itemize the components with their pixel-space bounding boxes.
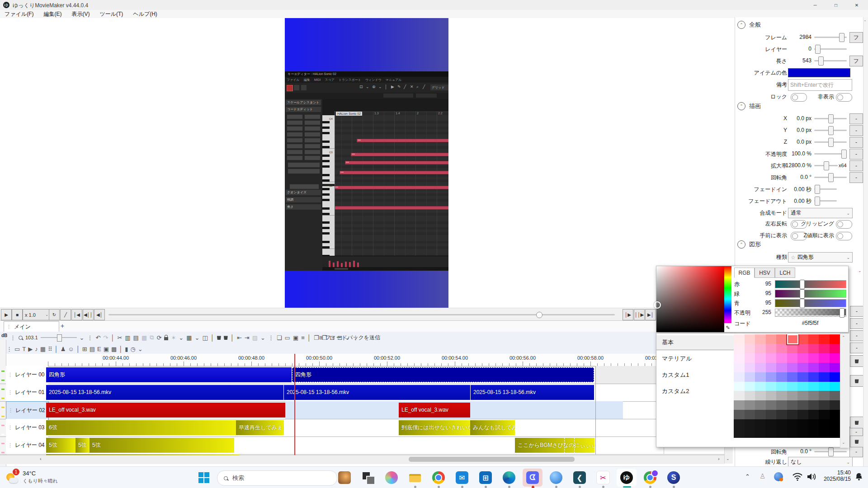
- hscroll-thumb[interactable]: [409, 457, 575, 462]
- reset-button[interactable]: -: [849, 113, 863, 124]
- color-swatch[interactable]: [776, 353, 787, 363]
- color-swatch[interactable]: [787, 391, 798, 400]
- repeat-icon[interactable]: ⟳: [156, 334, 161, 341]
- color-swatch[interactable]: [787, 419, 798, 429]
- playhead[interactable]: [294, 354, 295, 455]
- slider-thumb[interactable]: [815, 185, 820, 194]
- color-swatch[interactable]: [797, 391, 808, 400]
- palette-item-マテリアル[interactable]: マテリアル: [656, 352, 738, 366]
- color-swatch[interactable]: [766, 429, 777, 438]
- color-swatch[interactable]: [766, 410, 777, 419]
- color-swatch[interactable]: [745, 382, 755, 391]
- color-swatch[interactable]: [787, 429, 798, 438]
- character-item-icon[interactable]: ♟: [61, 346, 66, 352]
- channel-thumb[interactable]: [800, 299, 805, 308]
- palette-item-カスタム2[interactable]: カスタム2: [656, 384, 738, 399]
- reset-button[interactable]: -: [850, 343, 863, 353]
- divider[interactable]: │: [76, 346, 80, 352]
- color-swatch[interactable]: [797, 334, 808, 344]
- timeline-clip[interactable]: 2025-08-15 13-18-56.mkv: [284, 385, 470, 400]
- reset-button[interactable]: -: [849, 446, 863, 457]
- tab-main[interactable]: ⋮メイン: [4, 321, 59, 333]
- grid-icon[interactable]: ▦: [186, 334, 192, 341]
- color-swatch[interactable]: [808, 400, 819, 410]
- slider-thumb[interactable]: [828, 138, 834, 147]
- divider[interactable]: │: [211, 334, 214, 341]
- close-button[interactable]: ✕: [846, 0, 867, 10]
- color-swatch[interactable]: [734, 382, 745, 391]
- align-left-icon[interactable]: ⇤: [237, 334, 242, 341]
- slider-Y[interactable]: [814, 126, 847, 134]
- copy-icon[interactable]: ▥: [125, 334, 130, 341]
- go-end-button[interactable]: ▶│: [645, 309, 656, 320]
- color-swatch[interactable]: [755, 372, 766, 382]
- color-swatch[interactable]: [808, 429, 819, 438]
- divider[interactable]: │: [111, 334, 114, 341]
- color-swatch[interactable]: [776, 419, 787, 429]
- stop-button[interactable]: ■: [12, 309, 23, 320]
- scroll-down-arrow[interactable]: ⌄: [842, 440, 845, 445]
- slider-レイヤー[interactable]: [814, 45, 847, 53]
- color-swatch[interactable]: [766, 400, 777, 410]
- timeline-clip[interactable]: LE_off vocal_3.wav: [46, 403, 285, 418]
- section-header[interactable]: ⌃描画: [737, 102, 761, 110]
- color-swatch[interactable]: [819, 344, 830, 353]
- color-swatch[interactable]: [830, 344, 840, 353]
- color-swatch[interactable]: [819, 410, 830, 419]
- notification-bell-icon[interactable]: z: [854, 472, 863, 481]
- palette-item-基本[interactable]: 基本: [656, 335, 738, 350]
- effect-item-icon[interactable]: E: [97, 346, 101, 352]
- item-color-swatch[interactable]: [788, 68, 850, 77]
- feedback-button[interactable]: ⊞フィードバックを送信: [319, 334, 380, 342]
- color-swatch[interactable]: [745, 419, 755, 429]
- select-合成モード[interactable]: 通常⌄: [788, 208, 853, 218]
- color-swatch[interactable]: [808, 334, 819, 344]
- prev-frame-button[interactable]: ◀││: [83, 309, 94, 320]
- keyframe-button[interactable]: ╱: [60, 309, 71, 320]
- divider[interactable]: │: [307, 334, 311, 341]
- scroll-left-arrow[interactable]: ‹: [40, 456, 42, 461]
- color-swatch[interactable]: [797, 410, 808, 419]
- search-box[interactable]: 検索: [217, 470, 337, 486]
- start-button[interactable]: [193, 469, 214, 487]
- slider-フェードイン[interactable]: [814, 185, 837, 193]
- color-swatch[interactable]: [734, 363, 745, 372]
- widget-thumbnail[interactable]: [335, 469, 354, 487]
- color-swatch[interactable]: [819, 334, 830, 344]
- select-種類[interactable]: ☆四角形⌄: [788, 252, 853, 263]
- slider-thumb[interactable]: [818, 56, 824, 66]
- menu-dots-icon[interactable]: ⋮: [87, 334, 93, 341]
- code-app-button[interactable]: ❮: [570, 469, 590, 487]
- channel-thumb[interactable]: [800, 289, 805, 299]
- add-tab-button[interactable]: +: [61, 322, 64, 329]
- next-frame-button[interactable]: ││▶: [634, 309, 645, 320]
- slider-thumb[interactable]: [828, 173, 834, 182]
- color-swatch[interactable]: [797, 353, 808, 363]
- clock-widget[interactable]: 15:402025/08/15: [822, 469, 851, 486]
- menu-dots-icon[interactable]: ⋮: [268, 334, 274, 341]
- video-item-icon[interactable]: ▶: [28, 346, 33, 352]
- slider-フレーム[interactable]: [814, 33, 847, 41]
- menu-dots-icon[interactable]: ⋮: [10, 334, 16, 341]
- delete-effect-button[interactable]: [850, 355, 863, 367]
- bar-item-icon[interactable]: ▮: [125, 346, 128, 352]
- color-swatch[interactable]: [830, 353, 840, 363]
- chevron-down-icon[interactable]: ⌄: [194, 334, 199, 341]
- color-swatch[interactable]: [787, 372, 798, 382]
- color-swatch[interactable]: [745, 391, 755, 400]
- magic-icon[interactable]: ✶: [171, 334, 176, 341]
- sv-cursor[interactable]: [654, 301, 661, 309]
- frame-add-icon[interactable]: ⊞: [82, 346, 87, 352]
- color-swatch[interactable]: [776, 391, 787, 400]
- task-view-button[interactable]: [358, 469, 378, 487]
- seek-slider-thumb[interactable]: [536, 312, 542, 318]
- color-swatch[interactable]: [787, 400, 798, 410]
- color-swatch[interactable]: [808, 363, 819, 372]
- clock-item-icon[interactable]: ◷: [131, 346, 136, 352]
- paste-icon[interactable]: ▤: [133, 334, 139, 341]
- tab-RGB[interactable]: RGB: [734, 267, 755, 278]
- slider-拡大率[interactable]: [814, 161, 838, 169]
- channel-slider-赤[interactable]: [775, 280, 846, 288]
- color-swatch[interactable]: [755, 400, 766, 410]
- color-swatch[interactable]: [830, 334, 840, 344]
